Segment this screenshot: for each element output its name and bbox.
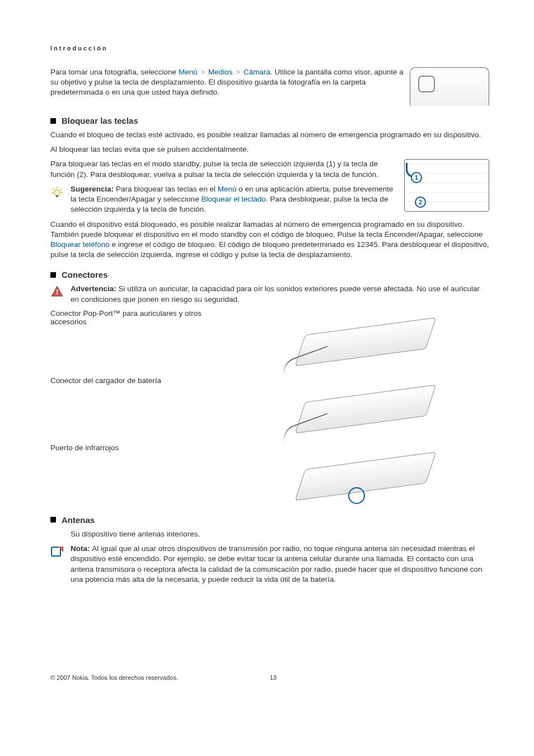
warning-icon: ! xyxy=(50,285,64,298)
section-title: Conectores xyxy=(62,270,108,279)
warning-text: Si utiliza un auricular, la capacidad pa… xyxy=(71,284,480,303)
connector-pop-port: Conector Pop-Port™ para auriculares y ot… xyxy=(50,309,489,371)
warning-block: ! Advertencia: Si utiliza un auricular, … xyxy=(50,284,489,304)
svg-point-0 xyxy=(54,190,60,195)
section-antennas: Antenas xyxy=(50,515,489,525)
svg-rect-6 xyxy=(56,195,58,197)
breadcrumb-sep: > xyxy=(233,68,243,76)
svg-rect-10 xyxy=(51,547,60,556)
link-medios[interactable]: Medios xyxy=(208,68,233,76)
tip-label: Sugerencia: xyxy=(71,185,116,193)
pop-port-illustration xyxy=(281,309,449,371)
note-icon xyxy=(50,545,64,558)
connector-charger: Conector del cargador de batería xyxy=(50,376,489,438)
link-bloquear-teclado[interactable]: Bloquear el teclado xyxy=(201,195,266,203)
camera-illustration xyxy=(410,67,489,106)
note-label: Nota: xyxy=(71,544,92,553)
charger-illustration xyxy=(281,376,449,438)
infrared-illustration xyxy=(281,444,449,505)
section-lock-keys: Bloquear las teclas xyxy=(50,116,489,125)
section-title: Bloquear las teclas xyxy=(62,116,138,125)
lock-p4: Cuando el dispositivo está bloqueado, es… xyxy=(50,220,489,260)
bullet-square-icon xyxy=(50,118,56,124)
lock-p3: Para bloquear las teclas en el modo stan… xyxy=(50,159,399,179)
antennas-p1: Su dispositivo tiene antenas interiores. xyxy=(71,529,489,539)
copyright: © 2007 Nokia. Todos los derechos reserva… xyxy=(50,674,270,681)
tip-icon xyxy=(50,185,64,199)
note-text: Al igual que al usar otros dispositivos … xyxy=(71,544,482,584)
lock-p4b: e ingrese el código de bloqueo. El códig… xyxy=(50,240,489,259)
lock-p1: Cuando el bloqueo de teclas esté activad… xyxy=(50,130,489,140)
connector-label: Conector Pop-Port™ para auriculares y ot… xyxy=(50,309,229,371)
callout-1: 1 xyxy=(411,172,422,183)
connector-label: Conector del cargador de batería xyxy=(50,376,229,438)
page-number: 13 xyxy=(270,674,489,681)
tip-block: Sugerencia: Para bloquear las teclas en … xyxy=(50,184,399,215)
link-menu-2[interactable]: Menú xyxy=(218,185,237,193)
lock-p2: Al bloquear las teclas evita que se puls… xyxy=(50,144,489,155)
breadcrumb-sep: > xyxy=(198,68,208,76)
link-menu[interactable]: Menú xyxy=(179,68,198,76)
note-block: Nota: Al igual que al usar otros disposi… xyxy=(50,544,489,585)
bullet-square-icon xyxy=(50,272,56,278)
page-footer: © 2007 Nokia. Todos los derechos reserva… xyxy=(50,674,489,681)
svg-line-3 xyxy=(60,189,62,190)
warning-label: Advertencia: xyxy=(71,284,119,293)
link-camara[interactable]: Cámara xyxy=(243,68,270,76)
svg-text:!: ! xyxy=(56,288,58,296)
intro-text-a: Para tomar una fotografía, seleccione xyxy=(50,68,179,76)
page-header: Introducción xyxy=(50,45,489,52)
keypad-illustration: 1 2 xyxy=(404,159,489,212)
section-title: Antenas xyxy=(62,515,95,525)
link-bloquear-telefono[interactable]: Bloquear teléfono xyxy=(50,240,110,249)
tip-text-a: Para bloquear las teclas en el xyxy=(116,185,218,193)
connector-label: Puerto de infrarrojos xyxy=(50,444,229,505)
bullet-square-icon xyxy=(50,517,56,522)
callout-2: 2 xyxy=(415,197,426,208)
svg-line-2 xyxy=(53,189,54,190)
section-connectors: Conectores xyxy=(50,270,489,279)
intro-paragraph: Para tomar una fotografía, seleccione Me… xyxy=(50,67,404,98)
connector-infrared: Puerto de infrarrojos xyxy=(50,444,489,505)
lock-p4a: Cuando el dispositivo está bloqueado, es… xyxy=(50,220,483,239)
